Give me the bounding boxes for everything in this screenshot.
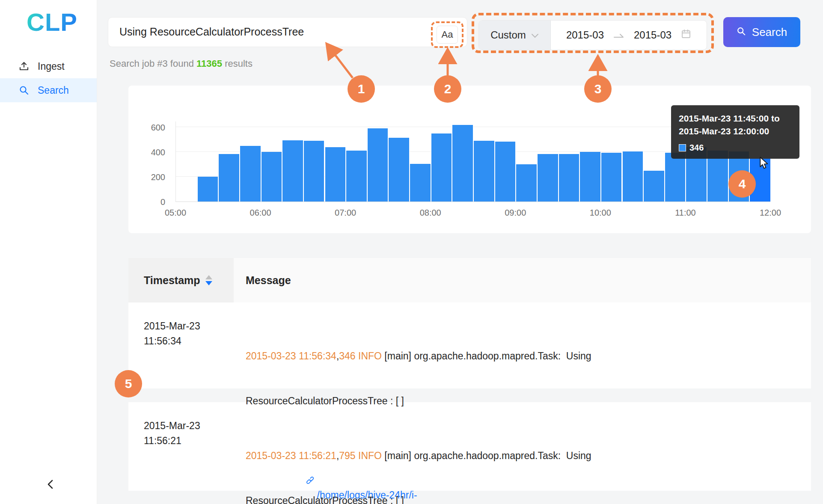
time-range-control: Custom 2015-03 2015-03 (478, 20, 707, 50)
sidebar: CLP Ingest Search (0, 0, 97, 504)
timestamp-header-cell[interactable]: Timestamp (128, 258, 234, 302)
tooltip-count-value: 346 (689, 143, 704, 153)
log-row: 2015-Mar-23 11:56:34 2015-03-23 11:56:34… (128, 302, 811, 388)
annotation-box-time-range: Custom 2015-03 2015-03 (472, 13, 714, 53)
histogram-bar[interactable] (410, 164, 431, 202)
histogram-y-axis: 0200400600 (140, 122, 170, 202)
tooltip-series-swatch (679, 144, 686, 151)
histogram-tooltip: 2015-Mar-23 11:45:00 to 2015-Mar-23 12:0… (671, 105, 799, 159)
x-axis-tick-label: 07:00 (335, 208, 356, 218)
sidebar-nav: Ingest Search (0, 54, 97, 102)
histogram-bar[interactable] (367, 128, 389, 202)
log-message-cell: 2015-03-23 11:56:34,346 INFO [main] org.… (234, 302, 811, 388)
histogram-bar[interactable] (388, 138, 410, 202)
histogram-bar[interactable] (197, 177, 219, 202)
message-header-label: Message (246, 274, 291, 287)
results-table: Timestamp Message 2015-Mar-23 11:56:34 2… (128, 258, 811, 491)
x-axis-tick-label: 05:00 (165, 208, 186, 218)
histogram-bar[interactable] (218, 154, 240, 202)
date-range-picker[interactable]: 2015-03 2015-03 (551, 21, 707, 50)
search-icon (19, 85, 29, 95)
sidebar-item-search[interactable]: Search (0, 78, 97, 102)
sidebar-item-label: Search (38, 85, 69, 96)
x-axis-tick-label: 10:00 (590, 208, 611, 218)
annotation-box-case-sensitivity: Aa (431, 21, 463, 48)
sidebar-item-ingest[interactable]: Ingest (0, 54, 97, 78)
annotation-badge-5: 5 (115, 370, 142, 397)
histogram-bar[interactable] (537, 154, 559, 202)
upload-icon (19, 61, 29, 71)
sidebar-collapse-button[interactable] (43, 477, 58, 493)
message-header-cell: Message (234, 258, 811, 302)
histogram-bar[interactable] (431, 133, 452, 202)
sort-ascending-icon (205, 275, 212, 279)
clp-app: CLP Ingest Search Using ResourceCalculat… (0, 0, 823, 504)
x-axis-tick-label: 12:00 (760, 208, 781, 218)
sort-carets-icon[interactable] (205, 275, 212, 285)
histogram-bar[interactable] (665, 153, 686, 202)
query-text: Using ResourceCalculatorProcessTree (119, 26, 304, 38)
y-axis-tick-label: 400 (140, 148, 165, 157)
log-timestamp-cell: 2015-Mar-23 11:56:34 (128, 302, 234, 388)
y-axis-tick-label: 600 (140, 123, 165, 133)
search-icon (737, 26, 746, 39)
calendar-icon (681, 29, 691, 42)
time-preset-value: Custom (490, 29, 526, 41)
y-axis-tick-label: 200 (140, 172, 165, 182)
annotation-arrow-1 (328, 45, 353, 78)
histogram-bar[interactable] (643, 171, 665, 202)
histogram-bar[interactable] (346, 151, 367, 202)
log-timestamp-cell: 2015-Mar-23 11:56:21 (128, 402, 234, 491)
histogram-bar[interactable] (622, 151, 644, 202)
histogram-bar[interactable] (261, 152, 282, 202)
chevron-left-icon (45, 479, 56, 492)
histogram-bar[interactable] (559, 154, 580, 202)
time-preset-dropdown[interactable]: Custom (479, 21, 551, 50)
x-axis-tick-label: 11:00 (675, 208, 696, 218)
histogram-bar[interactable] (240, 146, 261, 202)
log-row: 2015-Mar-23 11:56:21 2015-03-23 11:56:21… (128, 402, 811, 491)
search-button[interactable]: Search (723, 17, 800, 47)
x-axis-tick-label: 08:00 (420, 208, 441, 218)
range-start-value: 2015-03 (566, 29, 604, 41)
annotation-badge-2: 2 (434, 75, 461, 103)
tooltip-range-line2: 2015-Mar-23 12:00:00 (679, 125, 792, 138)
x-axis-tick-label: 06:00 (250, 208, 271, 218)
timestamp-header-label: Timestamp (144, 274, 200, 287)
x-axis-tick-label: 09:00 (505, 208, 526, 218)
histogram-bar[interactable] (516, 164, 537, 202)
log-message-text: 2015-03-23 11:56:34,346 INFO [main] org.… (246, 349, 794, 364)
histogram-x-axis: 05:0006:0007:0008:0009:0010:0011:0012:00 (175, 208, 770, 221)
annotation-badge-1: 1 (348, 75, 375, 103)
log-message-text: 2015-03-23 11:56:21,795 INFO [main] org.… (246, 448, 794, 463)
mouse-cursor-icon (758, 157, 770, 171)
search-job-status: Search job #3 found 11365 results (110, 58, 253, 69)
result-count: 11365 (196, 58, 222, 69)
histogram-bar[interactable] (579, 152, 601, 202)
histogram-bar[interactable] (473, 141, 495, 202)
log-message-text: ResourceCalculatorProcessTree : [ ] (246, 493, 794, 504)
sidebar-item-label: Ingest (38, 61, 65, 72)
histogram-bar[interactable] (601, 153, 622, 202)
case-sensitivity-button[interactable]: Aa (437, 26, 458, 44)
tooltip-range-line1: 2015-Mar-23 11:45:00 to (679, 112, 792, 125)
annotation-badge-4: 4 (728, 170, 756, 198)
clp-logo: CLP (27, 8, 77, 36)
histogram-bar[interactable] (282, 140, 303, 202)
histogram-bar[interactable] (495, 142, 516, 202)
sort-descending-icon (205, 281, 212, 285)
chevron-down-icon (531, 29, 539, 41)
swap-right-icon (613, 29, 624, 41)
histogram-bar[interactable] (303, 141, 325, 202)
query-input[interactable]: Using ResourceCalculatorProcessTree Aa (108, 17, 467, 47)
histogram-bar[interactable] (452, 125, 473, 202)
annotation-badge-3: 3 (584, 75, 612, 103)
results-table-header: Timestamp Message (128, 258, 811, 302)
search-button-label: Search (752, 26, 787, 39)
range-end-value: 2015-03 (634, 29, 671, 41)
log-message-cell: 2015-03-23 11:56:21,795 INFO [main] org.… (234, 402, 811, 491)
histogram-bar[interactable] (325, 147, 346, 202)
y-axis-tick-label: 0 (140, 197, 165, 207)
